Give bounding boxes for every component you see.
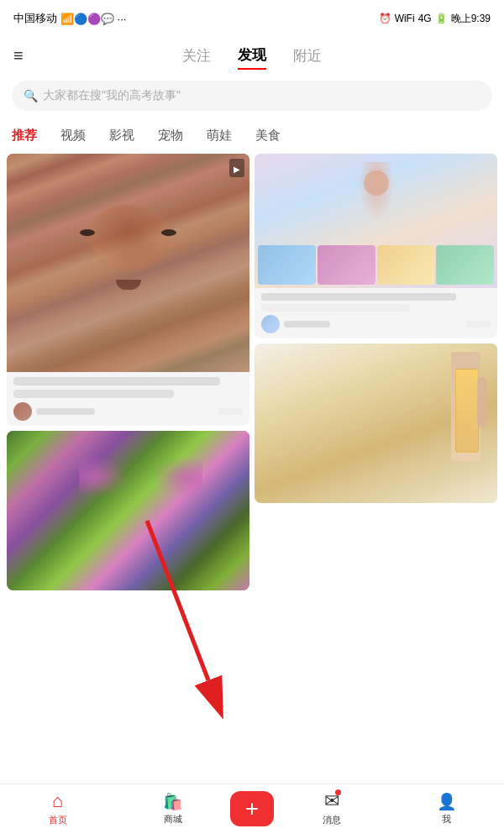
- time-label: 晚上9:39: [451, 12, 491, 26]
- nav-item-profile[interactable]: 👤 我: [389, 792, 504, 826]
- face-video-thumb: ▶: [7, 154, 249, 372]
- category-tabs: 推荐 视频 影视 宠物 萌娃 美食: [0, 118, 504, 154]
- nav-item-shop[interactable]: 🛍️ 商城: [115, 792, 230, 826]
- username-blur-2: [284, 321, 330, 328]
- profile-label: 我: [442, 813, 451, 826]
- status-bar: 中国移动 📶🔵🟣💬 ··· ⏰ WiFi 4G 🔋 晚上9:39: [0, 0, 504, 37]
- like-count-1: [218, 408, 243, 415]
- plus-icon: +: [245, 797, 259, 821]
- tab-follow[interactable]: 关注: [182, 43, 211, 69]
- shop-icon: 🛍️: [163, 792, 183, 811]
- avatar-1: [13, 402, 32, 421]
- carrier-icons: 📶🔵🟣💬 ···: [60, 13, 126, 25]
- category-tab-film[interactable]: 影视: [97, 124, 146, 147]
- nav-item-plus[interactable]: +: [230, 791, 274, 826]
- username-blur-1: [36, 408, 95, 415]
- home-label: 首页: [49, 814, 67, 826]
- tab-discover[interactable]: 发现: [238, 42, 266, 70]
- status-left: 中国移动 📶🔵🟣💬 ···: [13, 11, 126, 26]
- card-flowers[interactable]: [7, 431, 249, 590]
- search-icon: 🔍: [24, 89, 38, 102]
- category-tab-video[interactable]: 视频: [49, 124, 97, 147]
- avatar-2: [261, 315, 280, 333]
- wifi-icon: WiFi: [395, 13, 415, 24]
- alarm-icon: ⏰: [379, 13, 391, 24]
- card-title-blur-1: [13, 377, 220, 385]
- card-drink[interactable]: [255, 343, 497, 503]
- search-bar[interactable]: 🔍 大家都在搜"我的高考故事": [12, 81, 492, 111]
- plus-button[interactable]: +: [230, 791, 274, 826]
- message-label: 消息: [323, 814, 341, 826]
- product-thumb: [255, 154, 497, 288]
- content-grid: ▶: [0, 154, 504, 779]
- message-icon: ✉: [324, 790, 339, 812]
- product-title-blur-2: [261, 304, 410, 312]
- category-tab-pet[interactable]: 宠物: [146, 124, 195, 147]
- profile-icon: 👤: [437, 792, 457, 811]
- card-user-1: [13, 402, 243, 421]
- card-title-blur-2: [13, 390, 174, 398]
- nav-item-messages[interactable]: ✉ 消息: [274, 790, 389, 826]
- carrier-label: 中国移动: [13, 11, 57, 26]
- category-tab-baby[interactable]: 萌娃: [195, 124, 244, 147]
- card-face-video[interactable]: ▶: [7, 154, 249, 426]
- category-tab-food[interactable]: 美食: [244, 124, 292, 147]
- message-icon-wrap: ✉: [324, 790, 339, 812]
- category-tab-recommend[interactable]: 推荐: [12, 124, 49, 147]
- nav-item-home[interactable]: ⌂ 首页: [0, 790, 115, 826]
- drink-thumb: [255, 343, 497, 503]
- nav-tabs: ≡ 关注 发现 附近: [0, 37, 504, 74]
- card-face-info: [7, 372, 249, 426]
- card-product[interactable]: [255, 154, 497, 338]
- bottom-nav: ⌂ 首页 🛍️ 商城 + ✉ 消息 👤 我: [0, 784, 504, 839]
- hamburger-icon[interactable]: ≡: [13, 46, 24, 66]
- card-user-2: [261, 315, 491, 333]
- right-column: [255, 154, 497, 779]
- like-count-2: [465, 321, 491, 328]
- tab-nearby[interactable]: 附近: [293, 43, 322, 69]
- signal-label: 4G: [418, 13, 432, 24]
- left-column: ▶: [7, 154, 249, 779]
- card-product-info: [255, 288, 497, 338]
- flowers-thumb: [7, 431, 249, 590]
- status-right: ⏰ WiFi 4G 🔋 晚上9:39: [379, 12, 491, 26]
- product-title-blur: [261, 293, 456, 301]
- search-placeholder: 大家都在搜"我的高考故事": [43, 88, 181, 103]
- message-dot: [335, 789, 341, 795]
- shop-label: 商城: [164, 813, 182, 826]
- home-icon: ⌂: [52, 790, 63, 812]
- battery-icon: 🔋: [435, 13, 448, 24]
